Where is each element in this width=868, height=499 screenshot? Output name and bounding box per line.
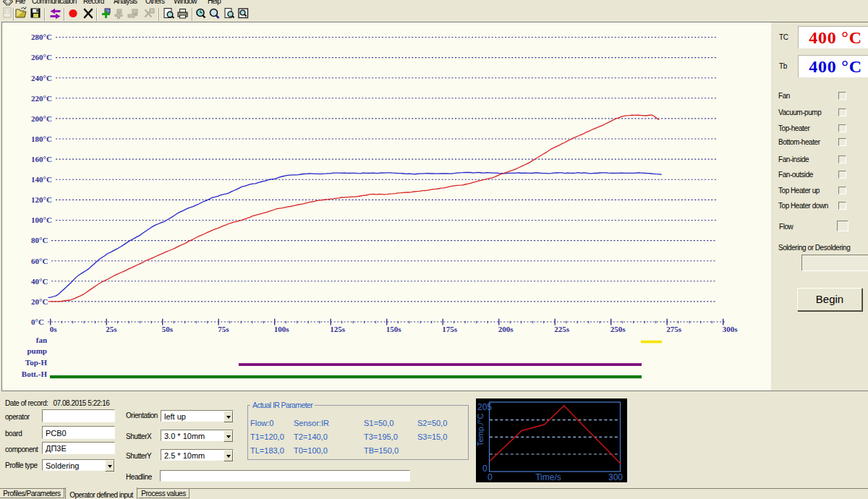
svg-text:175s: 175s <box>442 325 458 333</box>
svg-text:120°C: 120°C <box>31 195 52 204</box>
svg-text:125s: 125s <box>330 325 346 333</box>
svg-text:220°C: 220°C <box>31 94 52 103</box>
svg-text:0: 0 <box>482 464 488 474</box>
svg-text:60°C: 60°C <box>31 257 48 265</box>
svg-text:Temp./°C: Temp./°C <box>476 414 485 446</box>
svg-text:140°C: 140°C <box>31 175 52 184</box>
svg-text:Bott.-H: Bott.-H <box>22 370 48 378</box>
svg-text:300: 300 <box>608 472 623 482</box>
svg-text:Time/s: Time/s <box>535 472 561 482</box>
svg-text:0°C: 0°C <box>31 317 44 326</box>
svg-text:0: 0 <box>488 472 493 482</box>
svg-text:225s: 225s <box>554 325 570 333</box>
svg-text:200°C: 200°C <box>31 114 52 123</box>
svg-text:275s: 275s <box>666 325 682 333</box>
svg-text:200s: 200s <box>498 325 514 333</box>
svg-text:250s: 250s <box>610 325 626 333</box>
svg-text:300s: 300s <box>723 325 739 333</box>
svg-text:260°C: 260°C <box>31 53 52 61</box>
svg-text:40°C: 40°C <box>31 277 48 286</box>
svg-text:205: 205 <box>477 402 492 412</box>
svg-text:pump: pump <box>27 346 47 355</box>
svg-text:180°C: 180°C <box>31 135 52 143</box>
svg-text:150s: 150s <box>386 325 402 333</box>
svg-text:100s: 100s <box>274 325 290 333</box>
svg-text:50s: 50s <box>162 325 174 333</box>
svg-text:100°C: 100°C <box>31 216 52 224</box>
svg-text:Top-H: Top-H <box>25 358 48 367</box>
svg-text:75s: 75s <box>218 325 229 333</box>
svg-text:fan: fan <box>36 336 47 344</box>
svg-text:25s: 25s <box>106 325 117 333</box>
svg-text:280°C: 280°C <box>31 33 52 41</box>
svg-text:20°C: 20°C <box>31 297 48 306</box>
svg-text:160°C: 160°C <box>31 155 52 163</box>
svg-text:240°C: 240°C <box>31 74 52 82</box>
svg-text:0s: 0s <box>50 325 58 333</box>
svg-text:80°C: 80°C <box>31 236 48 244</box>
